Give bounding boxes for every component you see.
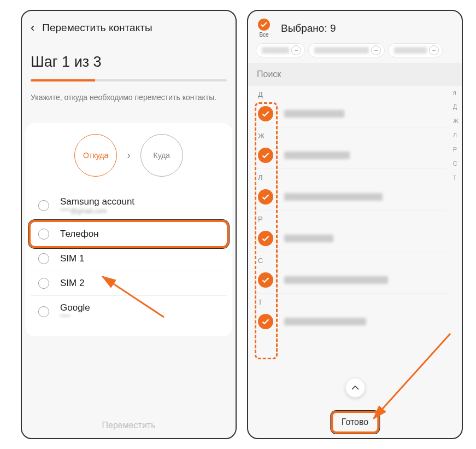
check-icon[interactable] (258, 189, 273, 205)
chip[interactable]: − (308, 43, 385, 57)
contact-row[interactable] (256, 225, 448, 252)
check-icon[interactable] (258, 231, 273, 246)
to-circle[interactable]: Куда (140, 134, 183, 177)
source-item-phone[interactable]: Телефон (31, 222, 227, 247)
highlight-annotation (28, 220, 229, 248)
direction-selector: Откуда › Куда (31, 134, 227, 177)
letter-header: Р (256, 211, 448, 225)
radio-unchecked[interactable] (38, 278, 49, 289)
header: ‹ Переместить контакты (22, 11, 236, 40)
check-icon[interactable] (258, 272, 273, 288)
chip-remove-icon[interactable]: − (291, 45, 301, 55)
radio-unchecked[interactable] (38, 229, 49, 240)
letter-header: Ж (256, 127, 448, 142)
from-circle[interactable]: Откуда (74, 134, 117, 177)
source-item-google[interactable]: Google **** (31, 296, 227, 328)
chip-remove-icon[interactable]: − (429, 45, 439, 55)
source-item-samsung[interactable]: Samsung account ****@gmail.com (31, 190, 227, 222)
letter-header: Т (256, 294, 448, 308)
contact-row[interactable] (256, 184, 448, 211)
contact-row[interactable] (256, 101, 448, 127)
selection-header: Все Выбрано: 9 (248, 11, 462, 41)
chip-remove-icon[interactable]: − (371, 45, 381, 55)
contact-row[interactable] (256, 267, 448, 294)
chip[interactable]: − (256, 43, 305, 57)
source-item-sim2[interactable]: SIM 2 (31, 271, 227, 296)
selected-count: Выбрано: 9 (281, 22, 336, 34)
done-button[interactable]: Готово (333, 413, 377, 431)
header-title: Переместить контакты (42, 22, 152, 34)
progress-bar (31, 79, 227, 81)
alpha-index[interactable]: я Д Ж Л Р С Т (453, 89, 459, 181)
source-card: Откуда › Куда Samsung account ****@gmail… (25, 123, 232, 336)
check-icon[interactable] (258, 314, 273, 329)
step-title: Шаг 1 из 3 (31, 54, 227, 71)
letter-header: Д (256, 86, 448, 101)
select-all-toggle[interactable]: Все (258, 19, 270, 38)
back-icon[interactable]: ‹ (31, 21, 34, 35)
check-icon (258, 19, 270, 31)
contact-row[interactable] (256, 308, 448, 335)
check-icon[interactable] (258, 148, 273, 163)
chip[interactable]: − (388, 43, 443, 57)
letter-header: Л (256, 169, 448, 184)
done-wrap: Готово (333, 413, 377, 431)
radio-unchecked[interactable] (38, 306, 49, 317)
chevron-right-icon: › (127, 149, 131, 161)
scroll-top-button[interactable] (345, 378, 365, 398)
phone-screen-right: Все Выбрано: 9 − − − Поиск я Д Ж Л Р С Т… (247, 10, 463, 439)
selected-chips: − − − (248, 41, 462, 63)
contact-row[interactable] (256, 142, 448, 169)
hint-text: Укажите, откуда необходимо переместить к… (31, 92, 227, 103)
contact-area: я Д Ж Л Р С Т Д Ж Л Р (248, 86, 462, 379)
step-block: Шаг 1 из 3 Укажите, откуда необходимо пе… (22, 40, 236, 123)
move-button[interactable]: Переместить (22, 421, 236, 430)
chevron-up-icon (351, 385, 359, 390)
progress-fill (31, 79, 95, 81)
highlight-annotation (331, 411, 379, 434)
letter-header: С (256, 252, 448, 267)
radio-unchecked[interactable] (38, 200, 49, 211)
phone-screen-left: ‹ Переместить контакты Шаг 1 из 3 Укажит… (21, 10, 237, 439)
check-icon[interactable] (258, 106, 273, 121)
search-input[interactable]: Поиск (248, 63, 462, 86)
source-list: Samsung account ****@gmail.com Телефон S… (31, 190, 227, 328)
radio-unchecked[interactable] (38, 253, 49, 264)
source-item-sim1[interactable]: SIM 1 (31, 247, 227, 271)
contact-list: Д Ж Л Р С (248, 86, 462, 379)
